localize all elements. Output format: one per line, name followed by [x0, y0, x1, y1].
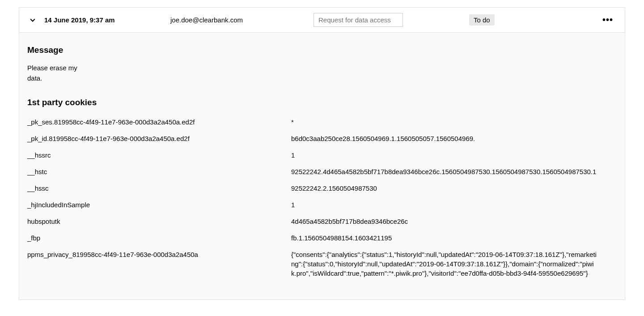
cookie-value: 1: [291, 200, 617, 209]
cookie-value: 92522242.2.1560504987530: [291, 184, 617, 193]
request-content: Message Please erase my data. 1st party …: [19, 33, 625, 299]
cookie-row: ppms_privacy_819958cc-4f49-11e7-963e-000…: [27, 246, 617, 282]
cookie-value: *: [291, 117, 617, 127]
message-body: Please erase my data.: [27, 63, 90, 83]
cookie-value: fb.1.1560504988154.1603421195: [291, 233, 617, 243]
cookie-value: 1: [291, 150, 617, 160]
cookie-name: _pk_id.819958cc-4f49-11e7-963e-000d3a2a4…: [27, 134, 291, 143]
more-actions-button[interactable]: •••: [599, 15, 617, 25]
request-header-row: 14 June 2019, 9:37 am joe.doe@clearbank.…: [19, 8, 625, 33]
cookie-name: ppms_privacy_819958cc-4f49-11e7-963e-000…: [27, 250, 291, 278]
cookie-row: hubspotutk4d465a4582b5bf717b8dea9346bce2…: [27, 213, 617, 230]
cookie-value: b6d0c3aab250ce28.1560504969.1.1560505057…: [291, 134, 617, 143]
request-panel: 14 June 2019, 9:37 am joe.doe@clearbank.…: [19, 7, 625, 300]
cookie-name: _pk_ses.819958cc-4f49-11e7-963e-000d3a2a…: [27, 117, 291, 127]
cookie-value: 4d465a4582b5bf717b8dea9346bce26c: [291, 217, 617, 226]
request-email: joe.doe@clearbank.com: [164, 16, 298, 24]
cookie-value: 92522242.4d465a4582b5bf717b8dea9346bce26…: [291, 167, 617, 176]
cookies-table: _pk_ses.819958cc-4f49-11e7-963e-000d3a2a…: [27, 114, 617, 282]
status-badge: To do: [469, 14, 495, 26]
cookie-name: __hssrc: [27, 150, 291, 160]
cookie-row: __hstc92522242.4d465a4582b5bf717b8dea934…: [27, 163, 617, 180]
cookies-heading: 1st party cookies: [27, 98, 617, 107]
cookie-name: hubspotutk: [27, 217, 291, 226]
cookie-row: _hjIncludedInSample1: [27, 196, 617, 213]
message-heading: Message: [27, 45, 617, 55]
cookie-row: __hssrc1: [27, 147, 617, 163]
cookie-name: _hjIncludedInSample: [27, 200, 291, 209]
cookie-name: __hssc: [27, 184, 291, 193]
cookie-row: __hssc92522242.2.1560504987530: [27, 180, 617, 196]
request-date: 14 June 2019, 9:37 am: [44, 16, 161, 24]
ellipsis-icon: •••: [602, 15, 613, 25]
collapse-toggle[interactable]: [27, 15, 38, 26]
cookie-row: _fbpfb.1.1560504988154.1603421195: [27, 230, 617, 246]
cookie-row: _pk_id.819958cc-4f49-11e7-963e-000d3a2a4…: [27, 130, 617, 147]
chevron-down-icon: [30, 17, 35, 23]
cookie-name: __hstc: [27, 167, 291, 176]
cookie-value: {"consents":{"analytics":{"status":1,"hi…: [291, 250, 617, 278]
request-type-input[interactable]: [314, 13, 403, 27]
cookie-name: _fbp: [27, 233, 291, 243]
cookie-row: _pk_ses.819958cc-4f49-11e7-963e-000d3a2a…: [27, 114, 617, 130]
